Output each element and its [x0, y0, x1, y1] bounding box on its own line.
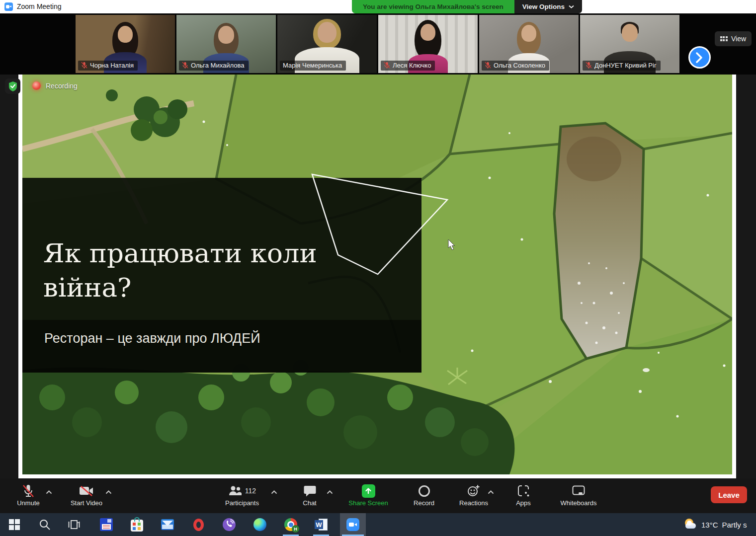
view-label: View — [731, 35, 746, 43]
chat-button[interactable]: Chat — [290, 478, 330, 513]
video-thumbnail[interactable]: ДонНУЕТ Кривий Ріг — [580, 15, 679, 73]
participant-nametag: ДонНУЕТ Кривий Ріг — [583, 61, 661, 71]
recording-label: Recording — [46, 82, 78, 90]
recording-dot-icon — [32, 81, 41, 90]
share-screen-button[interactable]: Share Screen — [343, 478, 393, 513]
search-button[interactable] — [34, 513, 56, 536]
record-icon — [419, 485, 430, 497]
video-camera-icon — [79, 485, 94, 496]
weather-widget[interactable]: 13°C Partly s — [684, 513, 756, 536]
apps-button[interactable]: Apps — [504, 478, 543, 513]
video-thumbnail[interactable]: Ольга Михайлова — [176, 15, 276, 73]
chat-label: Chat — [303, 499, 316, 507]
video-thumbnail-active-speaker[interactable]: Марія Чемеринська — [277, 15, 377, 73]
slide-text-overlay: Як працювати коли війна? Ресторан – це з… — [22, 178, 421, 373]
chevron-down-icon — [569, 5, 574, 8]
microsoft-store-button[interactable] — [126, 513, 148, 536]
person-silhouette — [521, 25, 536, 42]
weather-temp: 13°C — [701, 521, 718, 529]
leave-button[interactable]: Leave — [711, 486, 747, 503]
partly-sunny-icon — [684, 519, 697, 531]
mic-muted-icon — [384, 62, 390, 69]
whiteboards-label: Whiteboards — [561, 499, 597, 507]
mic-muted-icon — [586, 62, 592, 69]
mail-envelope-icon — [161, 519, 174, 530]
edge-button[interactable] — [249, 513, 271, 536]
person-silhouette — [622, 24, 638, 42]
screen-share-banner: You are viewing Ольга Михайлова's screen… — [352, 0, 582, 13]
video-thumbnail[interactable]: Ольга Соколенко — [479, 15, 579, 73]
viber-button[interactable] — [218, 513, 240, 536]
video-thumbnail[interactable]: Леся Ключко — [378, 15, 478, 73]
participant-video-strip: Чорна Наталія Ольга Михайлова Марія Чеме… — [0, 13, 756, 75]
pond — [554, 123, 644, 359]
1c-app-button[interactable] — [95, 513, 117, 536]
reactions-label: Reactions — [459, 499, 488, 507]
participants-count: 112 — [245, 487, 256, 495]
chrome-h-button[interactable]: H — [280, 513, 302, 536]
whiteboards-button[interactable]: Whiteboards — [549, 478, 608, 513]
microphone-icon — [22, 484, 35, 498]
shield-check-icon — [8, 81, 18, 92]
participants-options-chevron[interactable] — [271, 490, 277, 494]
start-button[interactable] — [3, 513, 25, 536]
view-options-button[interactable]: View Options — [514, 0, 582, 13]
apps-label: Apps — [516, 499, 531, 507]
person-silhouette — [118, 26, 133, 43]
slide-title: Як працювати коли війна? — [43, 236, 341, 305]
mail-button[interactable] — [157, 513, 178, 536]
reactions-button[interactable]: Reactions — [454, 478, 494, 513]
view-layout-button[interactable]: View — [715, 31, 752, 46]
unmute-options-chevron[interactable] — [46, 490, 52, 494]
whiteboard-icon — [572, 485, 585, 496]
opera-button[interactable] — [187, 513, 209, 536]
person-silhouette — [318, 22, 336, 43]
next-participants-page-button[interactable] — [688, 46, 711, 69]
participant-name: Чорна Наталія — [90, 62, 134, 69]
windows-logo-icon — [9, 519, 20, 530]
opera-icon — [193, 519, 204, 531]
search-icon — [39, 519, 51, 531]
chrome-icon: H — [284, 518, 297, 531]
video-options-chevron[interactable] — [105, 490, 112, 494]
participant-name: Ольга Михайлова — [191, 62, 245, 69]
chevron-right-icon — [696, 52, 703, 63]
slide-aerial-image: Як працювати коли війна? Ресторан – це з… — [22, 75, 732, 474]
mic-muted-icon — [81, 62, 87, 69]
zoom-meeting-window: Zoom Meeting You are viewing Ольга Михай… — [0, 0, 756, 536]
start-video-button[interactable]: Start Video — [67, 478, 106, 513]
record-label: Record — [414, 499, 434, 507]
person-silhouette — [218, 26, 234, 44]
floppy-disk-icon — [100, 518, 113, 531]
viber-icon — [223, 518, 236, 531]
chat-options-chevron[interactable] — [327, 490, 333, 494]
participant-nametag: Марія Чемеринська — [280, 61, 346, 71]
participants-label: Participants — [225, 499, 259, 507]
zoom-app-icon — [4, 2, 13, 11]
share-screen-icon — [362, 484, 375, 498]
participants-button[interactable]: 112 Participants — [212, 478, 272, 513]
participant-nametag: Чорна Наталія — [78, 61, 138, 71]
windows-taskbar: H W 13°C Partly s — [0, 513, 756, 536]
word-button[interactable]: W — [310, 513, 332, 536]
task-view-icon — [68, 519, 81, 531]
record-button[interactable]: Record — [404, 478, 444, 513]
task-view-button[interactable] — [63, 513, 85, 536]
share-screen-label: Share Screen — [348, 499, 388, 507]
word-icon: W — [315, 518, 328, 531]
participant-nametag: Ольга Михайлова — [179, 61, 249, 71]
zoom-toolbar: Unmute Start Video 1 — [0, 478, 756, 513]
h-badge-icon: H — [292, 525, 299, 533]
recording-indicator: Recording — [32, 81, 78, 90]
person-silhouette — [420, 24, 435, 41]
zoom-taskbar-button[interactable] — [340, 513, 366, 536]
video-thumbnail[interactable]: Чорна Наталія — [76, 15, 175, 73]
unmute-label: Unmute — [17, 499, 40, 507]
mic-muted-icon — [182, 62, 188, 69]
edge-icon — [253, 518, 266, 531]
apps-icon — [517, 485, 529, 497]
security-shield-button[interactable] — [5, 78, 20, 94]
reactions-options-chevron[interactable] — [488, 490, 494, 494]
unmute-button[interactable]: Unmute — [8, 478, 48, 513]
window-title: Zoom Meeting — [17, 2, 61, 10]
